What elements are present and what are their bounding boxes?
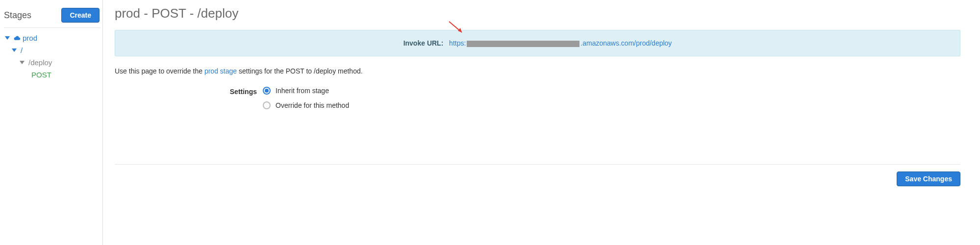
tree-label-root: / — [21, 46, 23, 54]
tree-label-method: POST — [31, 71, 51, 79]
page-title: prod - POST - /deploy — [115, 6, 960, 21]
tree-node-stage[interactable]: prod — [4, 32, 101, 44]
save-changes-button[interactable]: Save Changes — [897, 172, 960, 186]
create-stage-button[interactable]: Create — [61, 8, 100, 23]
cloud-icon — [14, 35, 21, 41]
invoke-url-label: Invoke URL: — [403, 39, 444, 47]
sidebar-title: Stages — [4, 10, 31, 21]
desc-pre: Use this page to override the — [115, 67, 204, 75]
radio-override-label: Override for this method — [276, 101, 349, 109]
sidebar: Stages Create prod / /deploy POST — [0, 0, 103, 245]
tree-node-resource[interactable]: /deploy — [4, 56, 101, 69]
desc-post: settings for the POST to /deploy method. — [237, 67, 363, 75]
prod-stage-link[interactable]: prod stage — [204, 67, 237, 75]
tree-node-root[interactable]: / — [4, 44, 101, 56]
tree-node-method[interactable]: POST — [4, 69, 101, 81]
radio-inherit[interactable]: Inherit from stage — [263, 87, 349, 95]
stages-tree: prod / /deploy POST — [4, 32, 101, 81]
caret-down-icon — [5, 36, 10, 40]
radio-override[interactable]: Override for this method — [263, 101, 349, 109]
page-description: Use this page to override the prod stage… — [115, 67, 960, 75]
invoke-url-link[interactable]: https:.amazonaws.com/prod/deploy — [449, 39, 672, 47]
invoke-url-suffix: .amazonaws.com/prod/deploy — [580, 39, 672, 47]
settings-radio-group: Inherit from stage Override for this met… — [263, 87, 349, 109]
invoke-url-banner: Invoke URL: https:.amazonaws.com/prod/de… — [115, 30, 960, 56]
footer: Save Changes — [115, 164, 960, 186]
caret-down-icon — [12, 49, 17, 52]
settings-section: Settings Inherit from stage Override for… — [115, 87, 960, 109]
tree-label-stage: prod — [23, 34, 37, 42]
caret-down-icon — [20, 61, 25, 64]
tree-label-resource: /deploy — [28, 58, 52, 67]
radio-button-icon — [263, 101, 271, 109]
radio-inherit-label: Inherit from stage — [276, 87, 329, 95]
main-panel: prod - POST - /deploy Invoke URL: https:… — [103, 0, 980, 245]
settings-label: Settings — [115, 87, 257, 96]
invoke-url-prefix: https: — [449, 39, 466, 47]
radio-button-icon — [263, 87, 271, 95]
invoke-url-redacted — [467, 41, 579, 47]
sidebar-header: Stages Create — [4, 4, 101, 28]
